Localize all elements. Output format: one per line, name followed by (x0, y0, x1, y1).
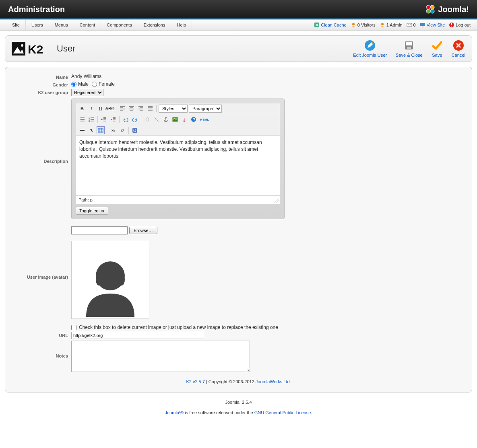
license-mid-text: is free software released under the (184, 410, 254, 415)
svg-point-12 (451, 26, 452, 27)
svg-rect-9 (422, 27, 423, 27)
group-label: K2 user group (15, 89, 71, 95)
toolbar-box: K2 User Edit Joomla User Save & Close Sa… (5, 35, 472, 62)
table-button[interactable] (97, 126, 105, 134)
italic-button[interactable]: I (87, 105, 95, 113)
cancel-button[interactable]: Cancel (452, 40, 465, 58)
gender-female-option[interactable]: Female (92, 81, 115, 87)
menu-components[interactable]: Components (101, 20, 138, 30)
subscript-button[interactable]: x₂ (109, 126, 117, 134)
redo-button[interactable] (131, 115, 139, 123)
url-label: URL (15, 332, 71, 338)
notes-label: Notes (15, 341, 71, 358)
view-site-label: View Site (427, 23, 445, 27)
svg-point-40 (118, 274, 125, 286)
check-icon (432, 40, 443, 51)
cancel-label: Cancel (452, 53, 465, 58)
k2-version-link[interactable]: K2 v2.5.7 (186, 379, 204, 384)
status-right: Clean Cache 0 Visitors 1 Admin 0 View Si… (314, 22, 471, 28)
name-label: Name (15, 74, 71, 80)
indent-button[interactable] (109, 115, 117, 123)
menu-extensions[interactable]: Extensions (138, 20, 171, 30)
editor-path-text: Path: p (78, 197, 93, 202)
svg-rect-19 (406, 42, 412, 45)
notes-textarea[interactable] (71, 341, 250, 372)
bold-button[interactable]: B (78, 105, 86, 113)
link-button[interactable] (143, 115, 151, 123)
menu-content[interactable]: Content (74, 20, 101, 30)
file-path-input[interactable] (71, 226, 128, 234)
hr-button[interactable] (78, 126, 86, 134)
svg-text:K2: K2 (28, 43, 43, 56)
styles-select[interactable]: Styles (159, 105, 188, 113)
save-label: Save (432, 53, 442, 58)
gender-female-radio[interactable] (92, 82, 97, 87)
ul-button[interactable] (78, 115, 86, 123)
strike-button[interactable]: ABC (106, 105, 114, 113)
align-justify-button[interactable] (146, 105, 154, 113)
underline-button[interactable]: U (97, 105, 105, 113)
menu-menus[interactable]: Menus (49, 20, 74, 30)
gender-male-radio[interactable] (71, 82, 76, 87)
k2-logo: K2 (12, 41, 50, 56)
gender-label: Gender (15, 81, 71, 87)
undo-button[interactable] (122, 115, 130, 123)
view-site-link[interactable]: View Site (420, 22, 445, 28)
svg-text:Ω: Ω (133, 128, 136, 133)
image-button[interactable] (171, 115, 179, 123)
svg-point-0 (426, 5, 430, 9)
menu-help[interactable]: Help (171, 20, 192, 30)
description-label: Description (15, 99, 71, 164)
edit-joomla-user-button[interactable]: Edit Joomla User (353, 40, 387, 58)
joomla-logo: Joomla! (425, 4, 469, 14)
resize-handle-icon[interactable] (274, 198, 279, 203)
menu-site[interactable]: Site (6, 20, 26, 30)
align-center-button[interactable] (128, 105, 136, 113)
html-button[interactable]: HTML (199, 115, 210, 123)
delete-image-checkbox[interactable] (71, 325, 76, 330)
clean-cache-link[interactable]: Clean Cache (314, 22, 347, 28)
delete-image-label: Check this box to delete current image o… (79, 325, 278, 330)
messages-status[interactable]: 0 (407, 22, 416, 28)
save-close-button[interactable]: Save & Close (396, 40, 423, 58)
avatar-placeholder-icon (74, 245, 147, 317)
unlink-button[interactable] (153, 115, 161, 123)
visitors-status: 0 Visitors (351, 22, 376, 28)
license-link[interactable]: GNU General Public License. (254, 410, 312, 415)
form-panel: Name Andy Williams Gender Male Female K2… (5, 67, 472, 393)
anchor-button[interactable] (162, 115, 170, 123)
help-button[interactable]: ? (190, 115, 198, 123)
visitor-icon (351, 22, 356, 28)
svg-point-39 (96, 274, 102, 286)
admin-status: 1 Admin (380, 22, 403, 28)
cancel-icon (453, 40, 464, 51)
svg-text:?: ? (193, 117, 195, 122)
charmap-button[interactable]: Ω (131, 126, 139, 134)
group-select[interactable]: Registered (71, 89, 103, 96)
joomla-trademark-link[interactable]: Joomla!® (165, 410, 184, 415)
remove-format-button[interactable] (87, 126, 95, 134)
ol-button[interactable]: 123 (87, 115, 95, 123)
align-right-button[interactable] (137, 105, 145, 113)
superscript-button[interactable]: x² (118, 126, 126, 134)
logout-label: Log out (456, 23, 471, 27)
toggle-editor-button[interactable]: Toggle editor (76, 207, 108, 215)
browse-button[interactable]: Browse… (129, 227, 157, 234)
cleanup-button[interactable] (180, 115, 188, 123)
mail-icon (407, 22, 412, 28)
menu-users[interactable]: Users (26, 20, 49, 30)
url-input[interactable] (71, 332, 204, 339)
joomlaworks-link[interactable]: JoomlaWorks Ltd. (256, 379, 291, 384)
save-button[interactable]: Save (432, 40, 443, 58)
editor-path: Path: p (76, 196, 280, 204)
svg-rect-31 (184, 121, 185, 122)
editor-textarea[interactable]: Quisque interdum hendrerit molestie. Ves… (76, 136, 280, 196)
svg-rect-11 (451, 23, 452, 25)
gender-male-option[interactable]: Male (71, 81, 89, 87)
svg-point-2 (426, 9, 430, 13)
svg-point-6 (381, 23, 384, 25)
align-left-button[interactable] (118, 105, 126, 113)
format-select[interactable]: Paragraph (189, 105, 222, 113)
outdent-button[interactable] (100, 115, 108, 123)
logout-link[interactable]: Log out (449, 22, 471, 28)
